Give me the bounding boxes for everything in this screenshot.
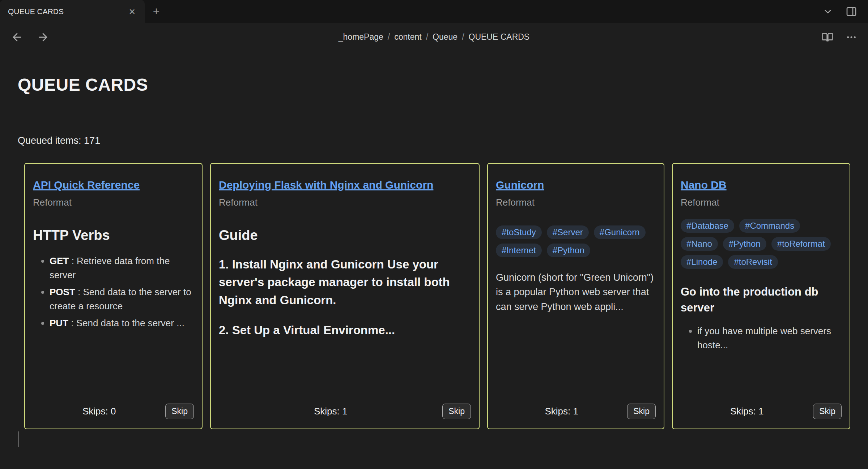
card-title-link[interactable]: Deploying Flask with Nginx and Gunicorn <box>219 178 433 192</box>
tag[interactable]: #toRevisit <box>728 255 778 269</box>
bullet-item: PUT : Send data to the server ... <box>50 316 194 330</box>
editor-content: QUEUE CARDS Queued items: 171 API Quick … <box>0 51 868 469</box>
card-title-link[interactable]: Gunicorn <box>496 178 544 192</box>
right-sidebar-toggle-icon[interactable] <box>846 6 857 17</box>
breadcrumb-item-content[interactable]: content <box>394 32 421 42</box>
tag[interactable]: #Commands <box>739 219 800 233</box>
breadcrumb-item-queue-cards[interactable]: QUEUE CARDS <box>469 32 530 42</box>
tab-title: QUEUE CARDS <box>8 7 127 16</box>
queued-items-count: Queued items: 171 <box>18 135 850 146</box>
card-status: Reformat <box>496 197 656 208</box>
tag[interactable]: #Python <box>547 244 590 257</box>
breadcrumb-item-queue[interactable]: Queue <box>433 32 458 42</box>
tag[interactable]: #Gunicorn <box>594 225 646 239</box>
bullet-term: PUT <box>50 318 68 328</box>
breadcrumb-item-homepage[interactable]: _homePage <box>339 32 383 42</box>
tag[interactable]: #toStudy <box>496 225 542 239</box>
card-footer: Skips: 1 Skip <box>219 404 471 419</box>
card-nano-db: Nano DB Reformat #Database #Commands #Na… <box>672 163 850 429</box>
skips-count: Skips: 1 <box>681 406 813 417</box>
tab-bar: QUEUE CARDS × + <box>0 0 868 23</box>
chevron-down-icon[interactable] <box>822 6 833 17</box>
bullet-term: GET <box>50 255 69 266</box>
card-status: Reformat <box>33 197 194 208</box>
page-title: QUEUE CARDS <box>18 75 850 95</box>
tag[interactable]: #Database <box>681 219 734 233</box>
skip-button[interactable]: Skip <box>627 404 656 419</box>
tab-queue-cards[interactable]: QUEUE CARDS × <box>0 0 145 23</box>
tag[interactable]: #Linode <box>681 255 723 269</box>
skips-count: Skips: 1 <box>219 406 442 417</box>
text-caret <box>18 431 18 447</box>
card-footer: Skips: 0 Skip <box>33 404 194 419</box>
card-footer: Skips: 1 Skip <box>496 404 656 419</box>
bullet-item: GET : Retrieve data from the server <box>50 254 194 282</box>
card-title-link[interactable]: API Quick Reference <box>33 178 140 192</box>
bullet-item: POST : Send data to the server to create… <box>50 285 194 313</box>
new-tab-button[interactable]: + <box>145 0 168 23</box>
card-gunicorn: Gunicorn Reformat #toStudy #Server #Guni… <box>487 163 664 429</box>
close-icon[interactable]: × <box>127 6 137 17</box>
bullet-text: if you have multiple web servers hoste..… <box>697 326 831 350</box>
book-icon[interactable] <box>822 31 833 43</box>
card-heading: Guide <box>219 228 471 243</box>
tag[interactable]: #Internet <box>496 244 542 257</box>
tag[interactable]: #toReformat <box>771 237 831 251</box>
more-options-icon[interactable] <box>846 31 857 43</box>
card-deploying-flask: Deploying Flask with Nginx and Gunicorn … <box>210 163 480 429</box>
card-status: Reformat <box>681 197 842 208</box>
skips-count: Skips: 1 <box>496 406 627 417</box>
tag-list: #Database #Commands #Nano #Python #toRef… <box>681 219 842 269</box>
breadcrumb-separator: / <box>422 32 433 42</box>
tag[interactable]: #Server <box>547 225 589 239</box>
card-footer: Skips: 1 Skip <box>681 404 842 419</box>
bullet-term: POST <box>50 287 75 297</box>
cards-row: API Quick Reference Reformat HTTP Verbs … <box>24 163 850 429</box>
bullet-item: if you have multiple web servers hoste..… <box>697 324 842 352</box>
tag[interactable]: #Python <box>723 237 766 251</box>
card-paragraph: 1. Install Nginx and Gunicorn Use your s… <box>219 255 471 309</box>
card-paragraph: 2. Set Up a Virtual Environme... <box>219 321 471 339</box>
skip-button[interactable]: Skip <box>442 404 471 419</box>
breadcrumb: _homePage / content / Queue / QUEUE CARD… <box>339 32 529 42</box>
skip-button[interactable]: Skip <box>165 404 194 419</box>
tag-list: #toStudy #Server #Gunicorn #Internet #Py… <box>496 225 656 257</box>
card-status: Reformat <box>219 197 471 208</box>
tag[interactable]: #Nano <box>681 237 718 251</box>
skips-count: Skips: 0 <box>33 406 165 417</box>
card-body-text: Gunicorn (short for "Green Unicorn") is … <box>496 270 656 314</box>
forward-arrow-icon[interactable] <box>37 31 49 43</box>
nav-bar: _homePage / content / Queue / QUEUE CARD… <box>0 23 868 51</box>
app-window: QUEUE CARDS × + _homePage / content <box>0 0 868 469</box>
card-title-link[interactable]: Nano DB <box>681 178 727 192</box>
skip-button[interactable]: Skip <box>813 404 842 419</box>
card-heading: Go into the production db server <box>681 284 842 317</box>
breadcrumb-separator: / <box>383 32 394 42</box>
breadcrumb-separator: / <box>458 32 468 42</box>
card-heading: HTTP Verbs <box>33 228 194 243</box>
card-bullet-list: GET : Retrieve data from the server POST… <box>33 254 194 333</box>
back-arrow-icon[interactable] <box>11 31 23 43</box>
card-bullet-list: if you have multiple web servers hoste..… <box>681 324 842 355</box>
bullet-text: : Send data to the server ... <box>68 318 184 328</box>
card-api-quick-reference: API Quick Reference Reformat HTTP Verbs … <box>24 163 203 429</box>
